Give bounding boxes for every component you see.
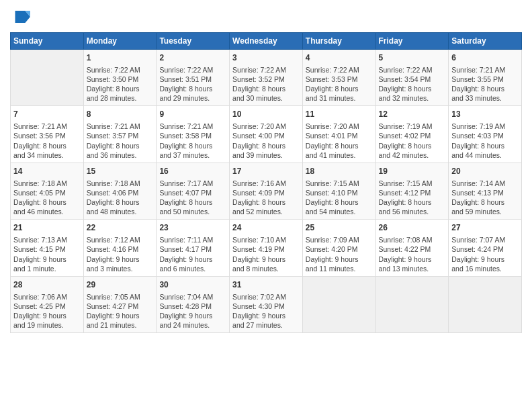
calendar-cell: 15Sunrise: 7:18 AMSunset: 4:06 PMDayligh… [83,163,157,219]
day-number: 13 [451,109,519,120]
day-number: 30 [159,279,226,291]
calendar-cell: 14Sunrise: 7:18 AMSunset: 4:05 PMDayligh… [11,163,84,219]
day-number: 27 [451,222,519,234]
page-header [10,7,522,27]
day-number: 25 [306,222,373,234]
day-info: Sunrise: 7:18 AMSunset: 4:06 PMDaylight:… [87,179,154,217]
day-number: 1 [87,52,154,64]
day-number: 31 [232,279,300,291]
calendar-cell [11,50,84,106]
calendar-cell: 25Sunrise: 7:09 AMSunset: 4:20 PMDayligh… [302,220,375,276]
calendar-cell: 26Sunrise: 7:08 AMSunset: 4:22 PMDayligh… [375,220,449,276]
day-info: Sunrise: 7:05 AMSunset: 4:27 PMDaylight:… [87,292,154,330]
day-number: 2 [159,52,226,64]
day-number: 6 [451,52,519,64]
day-number: 21 [13,222,81,234]
logo-icon [10,7,30,27]
calendar-cell: 23Sunrise: 7:11 AMSunset: 4:17 PMDayligh… [157,220,230,276]
calendar-cell: 16Sunrise: 7:17 AMSunset: 4:07 PMDayligh… [157,163,230,219]
calendar-cell: 11Sunrise: 7:20 AMSunset: 4:01 PMDayligh… [302,106,375,163]
logo [10,7,33,27]
day-number: 4 [306,52,373,64]
day-number: 7 [13,109,81,120]
calendar-cell: 3Sunrise: 7:22 AMSunset: 3:52 PMDaylight… [230,50,303,106]
day-info: Sunrise: 7:11 AMSunset: 4:17 PMDaylight:… [159,235,226,273]
calendar-cell: 13Sunrise: 7:19 AMSunset: 4:03 PMDayligh… [449,106,522,163]
calendar-cell: 31Sunrise: 7:02 AMSunset: 4:30 PMDayligh… [230,276,303,332]
day-info: Sunrise: 7:21 AMSunset: 3:57 PMDaylight:… [87,122,154,160]
day-info: Sunrise: 7:22 AMSunset: 3:53 PMDaylight:… [306,65,373,103]
week-row-2: 7Sunrise: 7:21 AMSunset: 3:56 PMDaylight… [11,106,522,163]
week-row-1: 1Sunrise: 7:22 AMSunset: 3:50 PMDaylight… [11,50,522,106]
day-info: Sunrise: 7:20 AMSunset: 4:01 PMDaylight:… [306,122,373,160]
day-info: Sunrise: 7:08 AMSunset: 4:22 PMDaylight:… [379,235,446,273]
header-cell-wednesday: Wednesday [230,33,303,50]
week-row-4: 21Sunrise: 7:13 AMSunset: 4:15 PMDayligh… [11,220,522,276]
calendar-cell: 18Sunrise: 7:15 AMSunset: 4:10 PMDayligh… [302,163,375,219]
calendar-cell: 28Sunrise: 7:06 AMSunset: 4:25 PMDayligh… [11,276,84,332]
day-info: Sunrise: 7:21 AMSunset: 3:55 PMDaylight:… [451,65,519,103]
week-row-5: 28Sunrise: 7:06 AMSunset: 4:25 PMDayligh… [11,276,522,332]
calendar-cell: 5Sunrise: 7:22 AMSunset: 3:54 PMDaylight… [375,50,449,106]
calendar-cell: 20Sunrise: 7:14 AMSunset: 4:13 PMDayligh… [449,163,522,219]
day-info: Sunrise: 7:18 AMSunset: 4:05 PMDaylight:… [13,179,81,217]
calendar-body: 1Sunrise: 7:22 AMSunset: 3:50 PMDaylight… [11,50,522,333]
day-info: Sunrise: 7:13 AMSunset: 4:15 PMDaylight:… [13,235,81,273]
day-number: 17 [232,166,300,177]
calendar-cell: 22Sunrise: 7:12 AMSunset: 4:16 PMDayligh… [83,220,157,276]
calendar-cell: 12Sunrise: 7:19 AMSunset: 4:02 PMDayligh… [375,106,449,163]
day-number: 15 [87,166,154,177]
day-number: 10 [232,109,300,120]
day-info: Sunrise: 7:12 AMSunset: 4:16 PMDaylight:… [87,235,154,273]
calendar-cell: 1Sunrise: 7:22 AMSunset: 3:50 PMDaylight… [83,50,157,106]
day-number: 3 [232,52,300,64]
calendar-cell: 9Sunrise: 7:21 AMSunset: 3:58 PMDaylight… [157,106,230,163]
day-number: 24 [232,222,300,234]
calendar-cell: 19Sunrise: 7:15 AMSunset: 4:12 PMDayligh… [375,163,449,219]
day-info: Sunrise: 7:16 AMSunset: 4:09 PMDaylight:… [232,179,300,217]
day-number: 18 [306,166,373,177]
day-info: Sunrise: 7:21 AMSunset: 3:56 PMDaylight:… [13,122,81,160]
header-row: SundayMondayTuesdayWednesdayThursdayFrid… [11,33,522,50]
day-number: 14 [13,166,81,177]
day-number: 5 [379,52,446,64]
day-info: Sunrise: 7:14 AMSunset: 4:13 PMDaylight:… [451,179,519,217]
calendar-cell: 21Sunrise: 7:13 AMSunset: 4:15 PMDayligh… [11,220,84,276]
header-cell-saturday: Saturday [449,33,522,50]
day-number: 20 [451,166,519,177]
day-number: 19 [379,166,446,177]
day-info: Sunrise: 7:07 AMSunset: 4:24 PMDaylight:… [451,235,519,273]
day-info: Sunrise: 7:19 AMSunset: 4:03 PMDaylight:… [451,122,519,160]
day-info: Sunrise: 7:21 AMSunset: 3:58 PMDaylight:… [159,122,226,160]
day-info: Sunrise: 7:06 AMSunset: 4:25 PMDaylight:… [13,292,81,330]
calendar-cell: 7Sunrise: 7:21 AMSunset: 3:56 PMDaylight… [11,106,84,163]
header-cell-tuesday: Tuesday [157,33,230,50]
calendar-table: SundayMondayTuesdayWednesdayThursdayFrid… [10,32,522,333]
day-info: Sunrise: 7:04 AMSunset: 4:28 PMDaylight:… [159,292,226,330]
day-number: 8 [87,109,154,120]
day-number: 26 [379,222,446,234]
header-cell-sunday: Sunday [11,33,84,50]
calendar-cell: 17Sunrise: 7:16 AMSunset: 4:09 PMDayligh… [230,163,303,219]
day-info: Sunrise: 7:20 AMSunset: 4:00 PMDaylight:… [232,122,300,160]
day-info: Sunrise: 7:17 AMSunset: 4:07 PMDaylight:… [159,179,226,217]
day-info: Sunrise: 7:15 AMSunset: 4:12 PMDaylight:… [379,179,446,217]
day-info: Sunrise: 7:22 AMSunset: 3:54 PMDaylight:… [379,65,446,103]
day-number: 22 [87,222,154,234]
day-info: Sunrise: 7:19 AMSunset: 4:02 PMDaylight:… [379,122,446,160]
header-cell-friday: Friday [375,33,449,50]
calendar-cell: 10Sunrise: 7:20 AMSunset: 4:00 PMDayligh… [230,106,303,163]
day-info: Sunrise: 7:22 AMSunset: 3:51 PMDaylight:… [159,65,226,103]
day-number: 12 [379,109,446,120]
day-number: 16 [159,166,226,177]
calendar-cell: 4Sunrise: 7:22 AMSunset: 3:53 PMDaylight… [302,50,375,106]
day-number: 29 [87,279,154,291]
day-info: Sunrise: 7:15 AMSunset: 4:10 PMDaylight:… [306,179,373,217]
calendar-cell: 6Sunrise: 7:21 AMSunset: 3:55 PMDaylight… [449,50,522,106]
header-cell-thursday: Thursday [302,33,375,50]
calendar-cell: 8Sunrise: 7:21 AMSunset: 3:57 PMDaylight… [83,106,157,163]
calendar-cell [449,276,522,332]
day-info: Sunrise: 7:22 AMSunset: 3:52 PMDaylight:… [232,65,300,103]
calendar-cell [375,276,449,332]
day-info: Sunrise: 7:09 AMSunset: 4:20 PMDaylight:… [306,235,373,273]
